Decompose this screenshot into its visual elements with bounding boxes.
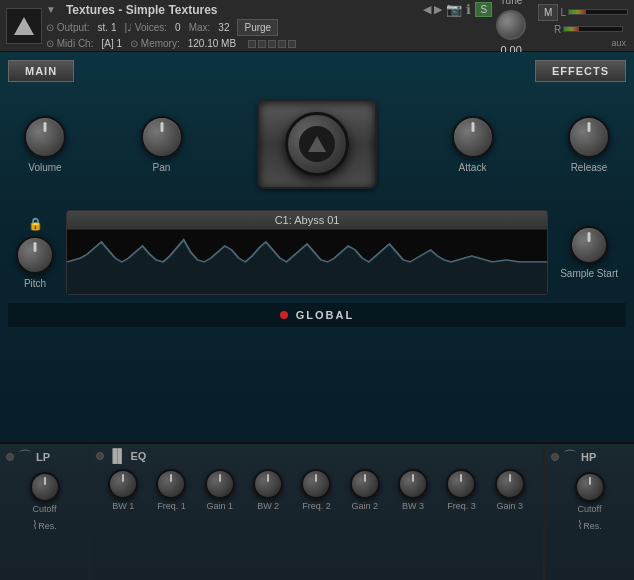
center-logo-icon <box>308 136 326 152</box>
eq-knobs-area: BW 1 Freq. 1 Gain 1 BW 2 Freq. 2 Gain <box>96 469 537 511</box>
release-knob[interactable] <box>568 116 610 158</box>
bw2-knob[interactable] <box>253 469 283 499</box>
eq-dot[interactable] <box>96 452 104 460</box>
sample-start-label: Sample Start <box>560 268 618 279</box>
pitch-label: Pitch <box>24 278 46 289</box>
lp-dot[interactable] <box>6 453 14 461</box>
sample-start-area: Sample Start <box>560 226 618 279</box>
lp-title: LP <box>36 451 50 463</box>
freq3-group: Freq. 3 <box>446 469 476 511</box>
freq1-knob[interactable] <box>156 469 186 499</box>
freq1-label: Freq. 1 <box>157 501 186 511</box>
global-label: GLOBAL <box>296 309 354 321</box>
bw2-label: BW 2 <box>257 501 279 511</box>
bw3-knob[interactable] <box>398 469 428 499</box>
center-logo <box>299 126 335 162</box>
hp-cutoff-group: Cutoff <box>575 472 605 514</box>
center-plate <box>257 99 377 189</box>
bw3-group: BW 3 <box>398 469 428 511</box>
middle-section: 🔒 Pitch C1: Abyss 01 Sample Start <box>8 210 626 295</box>
gain2-label: Gain 2 <box>352 501 379 511</box>
freq2-group: Freq. 2 <box>301 469 331 511</box>
lp-filter-panel: ⌒ LP Cutoff ⌇ Res. <box>0 444 90 580</box>
waveform-display: C1: Abyss 01 <box>66 210 548 295</box>
waveform-svg <box>67 230 547 294</box>
waveform-title: C1: Abyss 01 <box>67 211 547 230</box>
lp-cutoff-knob[interactable] <box>30 472 60 502</box>
global-bar: GLOBAL <box>8 303 626 327</box>
gain3-label: Gain 3 <box>497 501 524 511</box>
purge-button[interactable]: Purge <box>237 19 278 36</box>
attack-knob-container: Attack <box>452 116 494 173</box>
gain3-group: Gain 3 <box>495 469 525 511</box>
waveform-canvas[interactable] <box>67 230 547 294</box>
hp-res-area: ⌇ Res. <box>551 518 628 532</box>
bw2-group: BW 2 <box>253 469 283 511</box>
main-tab[interactable]: MAIN <box>8 60 74 82</box>
sample-start-knob[interactable] <box>570 226 608 264</box>
freq2-label: Freq. 2 <box>302 501 331 511</box>
logo-icon <box>14 17 34 35</box>
hp-knobs-row: Cutoff <box>551 472 628 514</box>
lock-icon[interactable]: 🔒 <box>27 216 43 232</box>
gain2-knob[interactable] <box>350 469 380 499</box>
volume-label: Volume <box>28 162 61 173</box>
freq3-label: Freq. 3 <box>447 501 476 511</box>
left-meter <box>568 9 628 15</box>
controls-area: Volume Pan Attack Release <box>8 86 626 202</box>
gain1-knob[interactable] <box>205 469 235 499</box>
hp-title: HP <box>581 451 596 463</box>
bw1-label: BW 1 <box>112 501 134 511</box>
freq1-group: Freq. 1 <box>156 469 186 511</box>
m-button[interactable]: M <box>538 4 558 21</box>
center-knob[interactable] <box>285 112 349 176</box>
instrument-name: Textures - Simple Textures <box>60 3 419 17</box>
hp-dot[interactable] <box>551 453 559 461</box>
gain1-group: Gain 1 <box>205 469 235 511</box>
hp-res-label: Res. <box>583 521 602 531</box>
eq-panel: ▐▌ EQ BW 1 Freq. 1 Gain 1 BW 2 <box>90 444 544 580</box>
hp-cutoff-label: Cutoff <box>578 504 602 514</box>
lp-header: ⌒ LP <box>6 448 83 466</box>
volume-knob-container: Volume <box>24 116 66 173</box>
release-label: Release <box>571 162 608 173</box>
voices-value: 0 <box>175 22 181 33</box>
gain2-group: Gain 2 <box>350 469 380 511</box>
freq3-knob[interactable] <box>446 469 476 499</box>
effects-tab[interactable]: EFFECTS <box>535 60 626 82</box>
bottom-section: ⌒ LP Cutoff ⌇ Res. ▐▌ EQ BW 1 <box>0 442 634 580</box>
freq2-knob[interactable] <box>301 469 331 499</box>
hp-header: ⌒ HP <box>551 448 628 466</box>
volume-knob[interactable] <box>24 116 66 158</box>
attack-knob[interactable] <box>452 116 494 158</box>
lp-res-area: ⌇ Res. <box>6 518 83 532</box>
pan-knob[interactable] <box>141 116 183 158</box>
pan-label: Pan <box>153 162 171 173</box>
pitch-area: 🔒 Pitch <box>16 216 54 289</box>
s-button[interactable]: S <box>475 2 492 17</box>
gain3-knob[interactable] <box>495 469 525 499</box>
top-bar: ▼ Textures - Simple Textures ◀ ▶ 📷 ℹ S ⊙… <box>0 0 634 52</box>
right-meter <box>563 26 623 32</box>
logo <box>6 8 42 44</box>
lp-knobs-row: Cutoff <box>6 472 83 514</box>
eq-header: ▐▌ EQ <box>96 448 537 463</box>
output-value: st. 1 <box>98 22 117 33</box>
tune-label: Tune <box>500 0 522 6</box>
memory-value: 120.10 MB <box>188 38 236 49</box>
bw1-knob[interactable] <box>108 469 138 499</box>
bw3-label: BW 3 <box>402 501 424 511</box>
attack-label: Attack <box>459 162 487 173</box>
max-voices: 32 <box>218 22 229 33</box>
center-piece <box>257 94 377 194</box>
gain1-label: Gain 1 <box>207 501 234 511</box>
hp-cutoff-knob[interactable] <box>575 472 605 502</box>
hp-filter-panel: ⌒ HP Cutoff ⌇ Res. <box>544 444 634 580</box>
pitch-knob[interactable] <box>16 236 54 274</box>
tab-buttons: MAIN EFFECTS <box>8 60 626 82</box>
tune-knob[interactable] <box>496 10 526 40</box>
lp-cutoff-group: Cutoff <box>30 472 60 514</box>
midi-channel: [A] 1 <box>101 38 122 49</box>
lp-curve-icon: ⌒ <box>18 448 32 466</box>
lp-res-label: Res. <box>38 521 57 531</box>
